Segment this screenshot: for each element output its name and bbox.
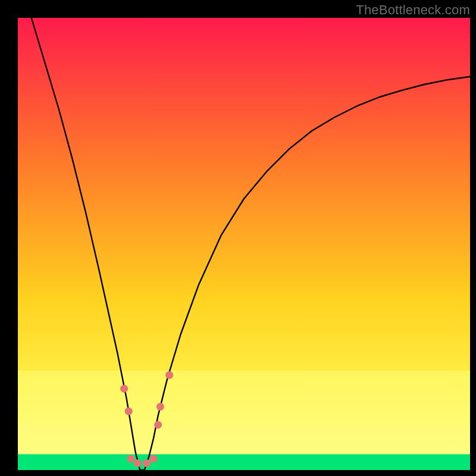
data-marker: [120, 385, 128, 393]
svg-rect-4: [18, 454, 470, 470]
bottleneck-chart: [0, 0, 476, 476]
data-marker: [154, 421, 162, 429]
data-marker: [143, 459, 151, 467]
chart-stage: TheBottleneck.com: [0, 0, 476, 476]
data-marker: [165, 371, 173, 379]
data-marker: [125, 408, 133, 415]
data-marker: [150, 455, 158, 463]
data-marker: [156, 403, 164, 411]
data-marker: [134, 459, 142, 467]
watermark-text: TheBottleneck.com: [356, 2, 470, 18]
data-marker: [127, 455, 135, 463]
